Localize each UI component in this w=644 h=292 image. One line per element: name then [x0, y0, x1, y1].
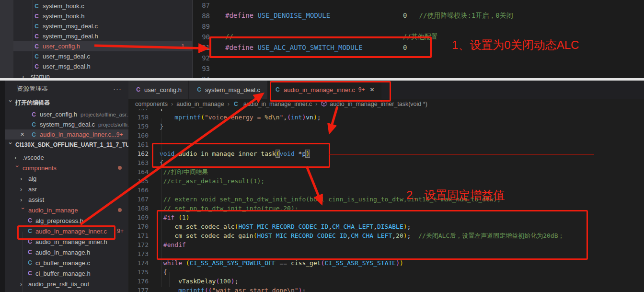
- tab-user_config.h[interactable]: Cuser_config.h: [128, 81, 188, 99]
- c-file-icon: C: [27, 259, 33, 266]
- file-path: projects\offli...: [98, 122, 128, 128]
- code-token: [330, 12, 403, 19]
- tree-item-label: .vscode: [23, 154, 44, 161]
- tree-item-alg[interactable]: ›alg: [5, 173, 128, 184]
- breadcrumb-item-3[interactable]: Caudio_in_manage_inner.c: [233, 101, 312, 107]
- code-text: vTaskDelay(100);: [160, 278, 238, 285]
- line-number: 87: [193, 1, 210, 9]
- more-actions-icon[interactable]: ···: [113, 85, 122, 93]
- code-token: [407, 12, 419, 19]
- file-row-user_msg_deal.h[interactable]: Cuser_msg_deal.h: [13, 61, 192, 71]
- breadcrumb-item-2[interactable]: audio_in_manage: [176, 101, 224, 107]
- file-row-system_hook.h[interactable]: Csystem_hook.h: [13, 11, 192, 21]
- tree-item-audio_in_manage.h[interactable]: Caudio_in_manage.h: [5, 247, 128, 257]
- code-token: "voice energy =: [205, 114, 264, 121]
- code-token: USE_DENOISE_MODULE: [257, 12, 330, 19]
- tab-system_msg_deal.c[interactable]: Csystem_msg_deal.c: [189, 81, 267, 99]
- explorer-title: 资源管理器: [17, 84, 48, 93]
- line-number: 165: [128, 177, 149, 185]
- line-number: 88: [193, 12, 210, 20]
- tree-item-label: audio_pre_rslt_iis_out: [28, 280, 89, 288]
- code-line-87[interactable]: 87: [193, 0, 644, 11]
- line-number: 93: [193, 65, 210, 72]
- file-name: user_msg_deal.c: [43, 53, 90, 60]
- tree-item-label: audio_in_manage: [28, 207, 78, 214]
- annotation-box-task-function: [152, 143, 330, 168]
- code-text: #define USE_DENOISE_MODULE 0 //使用降噪模块:1开…: [225, 12, 513, 20]
- tree-item-ci_buffer_manage.h[interactable]: Cci_buffer_manage.h: [5, 268, 128, 279]
- tree-item-components[interactable]: ›components: [5, 163, 128, 173]
- code-line-94[interactable]: 94: [193, 74, 644, 78]
- breadcrumb-item-1[interactable]: components: [135, 101, 168, 107]
- code-token: ): [313, 114, 317, 121]
- code-token: //打印中间结果: [163, 168, 208, 175]
- tree-item-asr[interactable]: ›asr: [5, 184, 128, 194]
- tree-item-alg_preprocess.h[interactable]: Calg_preprocess.h: [5, 215, 128, 226]
- problem-badge: 9+: [117, 228, 124, 234]
- breadcrumb-label: audio_in_manage_inner_task(void *): [330, 101, 427, 107]
- code-line-167[interactable]: 167 // extern void set_nn_to_dtw_init_in…: [128, 195, 644, 204]
- code-line-89[interactable]: 89: [193, 21, 644, 32]
- file-name: audio_in_manage_inner.c...: [40, 131, 116, 138]
- file-row-user_msg_deal.c[interactable]: Cuser_msg_deal.c: [13, 51, 192, 61]
- code-line-164[interactable]: 164 //打印中间结果: [128, 167, 644, 176]
- file-row-user_config.h[interactable]: Cuser_config.h1: [13, 41, 192, 51]
- vscode-screenshot-collage: Csystem_hook.cCsystem_hook.hCsystem_msg_…: [0, 0, 644, 292]
- line-number: 177: [128, 287, 149, 292]
- tree-item-.vscode[interactable]: ›.vscode: [5, 152, 128, 163]
- code-token: [160, 287, 178, 292]
- open-editor-audio_in_manage_inner.c...[interactable]: ✕Caudio_in_manage_inner.c...9+: [5, 129, 128, 140]
- line-number: 171: [128, 232, 149, 239]
- bottom-code-editor[interactable]: 157{158 mprintf("voice energy = %d\n",(i…: [128, 104, 644, 292]
- folder-row-startup[interactable]: ›startup: [13, 71, 192, 78]
- c-file-icon: C: [27, 249, 33, 256]
- code-token: (: [201, 114, 205, 121]
- c-file-icon: C: [34, 33, 40, 40]
- chevron-right-icon: ›: [14, 154, 20, 161]
- code-line-176[interactable]: 176 vTaskDelay(100);: [128, 277, 644, 286]
- bottom-screenshot: 资源管理器 ··· › 打开的编辑器 Cuser_config.hproject…: [0, 81, 644, 292]
- tree-indent-guide: [23, 232, 23, 292]
- close-icon[interactable]: ✕: [20, 131, 24, 138]
- file-row-system_hook.c[interactable]: Csystem_hook.c: [13, 1, 192, 11]
- workspace-root-row[interactable]: › CI130X_SDK_OFFLINE_UART_1_11_7_TUOXI..…: [5, 140, 128, 150]
- code-text: //ctr_asr_detail_result(1);: [160, 177, 264, 185]
- tree-item-label: ci_buffer_manage.c: [35, 259, 90, 267]
- line-number: 89: [193, 23, 210, 30]
- code-line-88[interactable]: 88#define USE_DENOISE_MODULE 0 //使用降噪模块:…: [193, 11, 644, 21]
- code-line-160[interactable]: 160: [128, 131, 644, 140]
- open-editors-header[interactable]: › 打开的编辑器: [5, 97, 128, 108]
- code-token: vTaskDelay: [178, 278, 216, 285]
- tree-item-audio_pre_rslt_iis_out[interactable]: ›audio_pre_rslt_iis_out: [5, 279, 128, 289]
- code-token: ciss_get: [291, 259, 321, 267]
- screenshot-divider: [0, 78, 644, 81]
- tree-item-audio_in_manage[interactable]: ›audio_in_manage: [5, 205, 128, 215]
- tree-item-label: components: [23, 164, 57, 172]
- code-line-93[interactable]: 93: [193, 63, 644, 74]
- chevron-down-icon: ›: [7, 100, 14, 105]
- open-editors-list: Cuser_config.hprojects\offline_asr...Csy…: [5, 109, 128, 140]
- code-line-165[interactable]: 165 //ctr_asr_detail_result(1);: [128, 176, 644, 186]
- modified-dot: [118, 166, 122, 170]
- file-row-system_msg_deal.h[interactable]: Csystem_msg_deal.h: [13, 31, 192, 41]
- tree-item-assist[interactable]: ›assist: [5, 194, 128, 205]
- code-line-166[interactable]: 166: [128, 186, 644, 195]
- line-number: 169: [128, 214, 149, 221]
- code-line-158[interactable]: 158 mprintf("voice energy = %d\n",(int)v…: [128, 113, 644, 122]
- tree-item-ci_buffer_manage.c[interactable]: Cci_buffer_manage.c: [5, 257, 128, 268]
- file-row-system_msg_deal.c[interactable]: Csystem_msg_deal.c: [13, 21, 192, 31]
- line-number: 176: [128, 278, 149, 285]
- problem-badge: 1: [181, 43, 184, 50]
- annotation-box-active-tab: [270, 81, 391, 102]
- code-line-159[interactable]: 159}: [128, 122, 644, 131]
- open-editor-system_msg_deal.c[interactable]: Csystem_msg_deal.cprojects\offli...: [5, 119, 128, 129]
- file-tree: ›.vscode›components›alg›asr›assist›audio…: [5, 152, 128, 289]
- open-editor-user_config.h[interactable]: Cuser_config.hprojects\offline_asr...: [5, 109, 128, 119]
- line-number: 166: [128, 187, 149, 194]
- line-number: 162: [128, 150, 149, 157]
- breadcrumb-separator: ›: [228, 101, 230, 107]
- annotation-box-define-alc: [209, 36, 432, 58]
- line-number: 175: [128, 269, 149, 276]
- code-line-177[interactable]: 177 mprintf(("wait asr start done\n");: [128, 286, 644, 292]
- code-line-175[interactable]: 175 {: [128, 268, 644, 277]
